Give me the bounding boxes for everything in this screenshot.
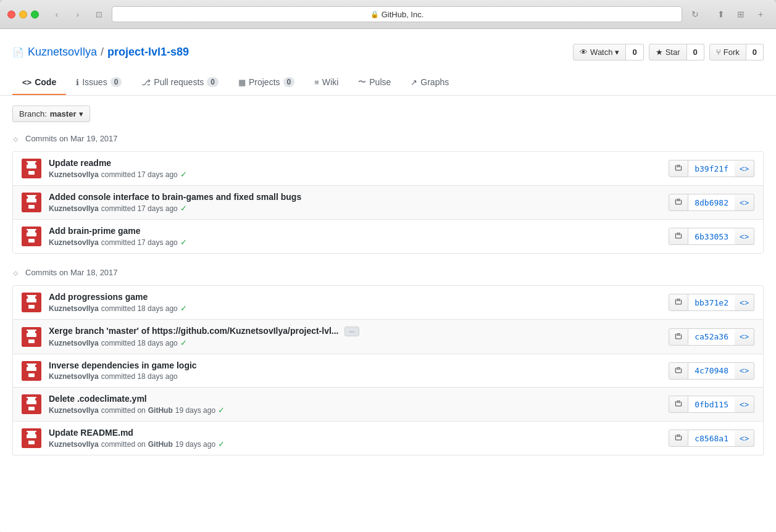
copy-hash-button[interactable] [669,396,688,413]
star-button[interactable]: ★ Star [649,44,687,60]
commit-hash-button[interactable]: 4c70948 [688,362,735,380]
repo-name-link[interactable]: project-lvl1-s89 [107,46,189,59]
reload-button[interactable]: ↻ [687,8,703,20]
commit-message-link[interactable]: Update README.md [49,428,133,438]
browse-tree-button[interactable]: <> [735,294,754,311]
commit-author-link[interactable]: KuznetsovIlya [49,238,99,247]
avatar [22,227,41,246]
commit-message: Update readme [49,158,661,168]
browse-tree-button[interactable]: <> [735,362,754,380]
tab-issues[interactable]: ℹ Issues 0 [66,70,131,95]
commit-message-link[interactable]: Add brain-prime game [49,226,141,236]
copy-hash-button[interactable] [669,228,688,245]
close-button[interactable] [7,10,15,19]
browse-tree-button[interactable]: <> [735,396,754,413]
tab-overview-button[interactable]: ⊡ [91,8,107,20]
browse-tree-button[interactable]: <> [735,228,754,245]
commit-info: Add progressions gameKuznetsovIlya commi… [49,292,661,313]
commit-message-link[interactable]: Added console interface to brain-games a… [49,192,301,202]
repo-owner-link[interactable]: KuznetsovIlya [28,46,97,59]
chevron-down-icon: ▾ [615,48,619,57]
commit-hash-button[interactable]: ca52a36 [688,328,735,346]
copy-hash-button[interactable] [669,160,688,177]
code-brackets-icon: <> [740,164,749,173]
tab-pull-requests[interactable]: ⎇ Pull requests 0 [131,70,228,95]
svg-rect-31 [27,364,36,371]
tab-code[interactable]: <> Code [12,70,66,95]
commit-message-link[interactable]: Add progressions game [49,292,148,302]
pull-request-icon: ⎇ [141,78,151,87]
avatar [22,193,41,212]
copy-hash-button[interactable] [669,194,688,211]
commit-author-link[interactable]: KuznetsovIlya [49,170,99,179]
pr-badge: 0 [207,77,219,87]
commit-row: Update README.mdKuznetsovIlya committed … [13,422,763,455]
browse-tree-button[interactable]: <> [735,430,754,447]
commit-actions: 0fbd115 <> [669,396,754,413]
tab-projects[interactable]: ▦ Projects 0 [228,70,304,95]
commit-info: Update README.mdKuznetsovIlya committed … [49,428,661,449]
page-content: 📄 KuznetsovIlya / project-lvl1-s89 👁 Wat… [0,29,776,532]
issues-badge: 0 [111,77,122,87]
svg-rect-34 [35,365,38,367]
watch-label: Watch [590,48,612,57]
commit-message-expand[interactable]: ··· [344,326,359,336]
commit-info: Add brain-prime gameKuznetsovIlya commit… [49,226,661,247]
repo-title: 📄 KuznetsovIlya / project-lvl1-s89 [12,46,189,59]
fork-button[interactable]: ⑂ Fork [709,44,746,60]
copy-hash-button[interactable] [669,328,688,346]
watch-button[interactable]: 👁 Watch ▾ [573,44,626,60]
toolbar-right: ⬆ ⊞ + [713,8,769,20]
github-link[interactable]: GitHub [148,440,173,449]
commit-meta: KuznetsovIlya committed 18 days ago ✓ [49,338,661,347]
commit-hash-button[interactable]: 0fbd115 [688,396,735,413]
browse-tree-button[interactable]: <> [735,194,754,211]
commit-message-link[interactable]: Update readme [49,158,111,168]
commit-message: Delete .codeclimate.yml [49,394,661,404]
commit-group-header-1: ⬦ Commits on Mar 18, 2017 [12,266,764,279]
code-brackets-icon: <> [740,366,749,375]
commit-list-1: Add progressions gameKuznetsovIlya commi… [12,285,764,455]
commit-message-link[interactable]: Delete .codeclimate.yml [49,394,147,404]
commit-author-link[interactable]: KuznetsovIlya [49,440,99,449]
commit-message-link[interactable]: Xerge branch 'master' of https://github.… [49,326,339,336]
github-link[interactable]: GitHub [148,406,173,415]
commit-author-link[interactable]: KuznetsovIlya [49,304,99,313]
repo-actions: 👁 Watch ▾ 0 ★ Star 0 ⑂ Fork [568,44,764,60]
minimize-button[interactable] [19,10,27,19]
copy-hash-button[interactable] [669,362,688,380]
browse-tree-button[interactable]: <> [735,328,754,346]
branch-selector[interactable]: Branch: master ▾ [12,106,90,122]
commit-actions: 8db6982 <> [669,194,754,211]
tab-pulse[interactable]: 〜 Pulse [348,70,401,95]
commit-meta: KuznetsovIlya committed 17 days ago ✓ [49,238,661,247]
branch-chevron-icon: ▾ [79,109,83,118]
commit-author-link[interactable]: KuznetsovIlya [49,406,99,415]
share-button[interactable]: ⬆ [713,8,729,20]
copy-hash-button[interactable] [669,294,688,311]
graphs-icon: ↗ [411,78,417,87]
maximize-button[interactable] [31,10,39,19]
commit-author-link[interactable]: KuznetsovIlya [49,204,99,213]
tab-wiki[interactable]: ≡ Wiki [304,70,348,95]
tab-graphs[interactable]: ↗ Graphs [401,70,459,95]
commit-meta: KuznetsovIlya committed 18 days ago [49,372,661,381]
copy-hash-button[interactable] [669,430,688,447]
new-tab-button[interactable]: + [753,8,769,20]
commit-hash-button[interactable]: bb371e2 [688,294,735,311]
commit-hash-button[interactable]: c8568a1 [688,430,735,447]
browse-tree-button[interactable]: <> [735,160,754,177]
commit-message-link[interactable]: Inverse dependencies in game logic [49,360,197,370]
commit-author-link[interactable]: KuznetsovIlya [49,372,99,381]
commit-hash-button[interactable]: 8db6982 [688,194,735,211]
commit-author-link[interactable]: KuznetsovIlya [49,339,99,347]
svg-rect-3 [25,162,28,165]
commit-hash-button[interactable]: 6b33053 [688,228,735,245]
forward-button[interactable]: › [70,8,86,20]
commit-message: Xerge branch 'master' of https://github.… [49,326,661,336]
commit-hash-button[interactable]: b39f21f [688,160,735,177]
back-button[interactable]: ‹ [49,8,65,20]
commit-row: Update readmeKuznetsovIlya committed 17 … [13,152,763,186]
branch-name: master [50,109,77,118]
fullscreen-button[interactable]: ⊞ [733,8,749,20]
